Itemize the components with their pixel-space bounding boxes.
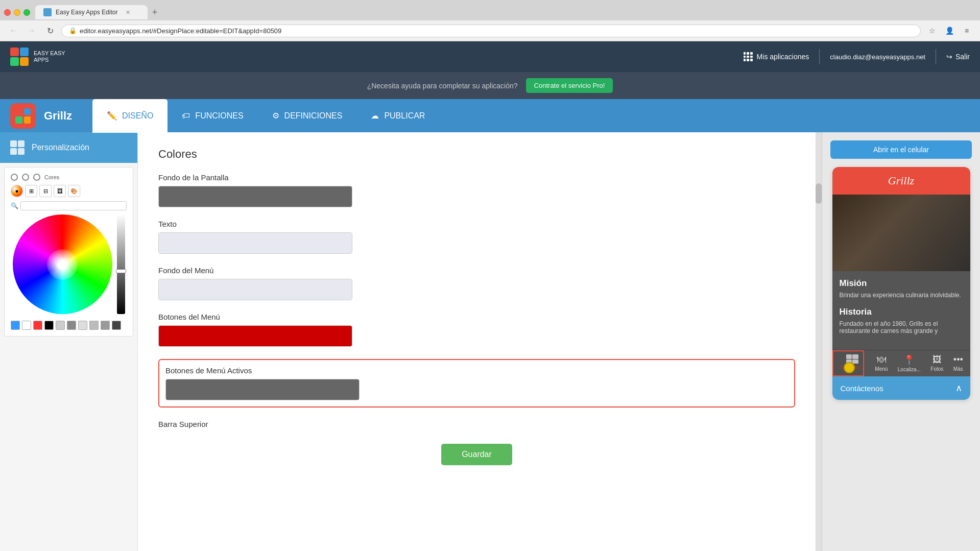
swatch-5[interactable] <box>67 321 76 330</box>
phone-nav-menu[interactable]: 🍽 Menú <box>875 354 888 372</box>
save-button[interactable]: Guardar <box>441 444 512 465</box>
botones-menu-swatch <box>159 326 352 346</box>
logout-button[interactable]: ↪ Salir <box>946 53 970 61</box>
menu-nav-icon: 🍽 <box>877 354 886 365</box>
scrollbar-track[interactable] <box>816 132 822 551</box>
help-banner: ¿Necesita ayuda para completar su aplica… <box>0 72 980 99</box>
fondo-menu-swatch <box>159 279 352 300</box>
apps-label: Mis aplicaciones <box>757 53 809 61</box>
forward-button[interactable]: → <box>25 23 39 38</box>
field-fondo-pantalla: Fondo de la Pantalla <box>158 173 795 207</box>
phone-nav-bar: Sobre No... 🍽 Menú 📍 Localiza... 🖼 Fotos… <box>832 350 970 376</box>
color-tool-4[interactable]: 🖼 <box>54 185 66 197</box>
new-tab-button[interactable]: + <box>148 5 162 19</box>
radio-option-2[interactable] <box>22 174 29 181</box>
botones-activos-label: Botones de Menú Activos <box>165 366 788 375</box>
fondo-pantalla-input[interactable] <box>158 186 352 207</box>
my-apps-button[interactable]: Mis aplicaciones <box>744 52 809 61</box>
sidebar: Personalización Cores ● ⊞ ⊟ 🖼 🎨 🔍 <box>0 132 138 551</box>
fondo-menu-input[interactable] <box>158 279 352 300</box>
historia-text: Fundado en el año 1980, Grills es el res… <box>840 320 963 334</box>
header-nav: Mis aplicaciones claudio.diaz@easyeasyap… <box>744 49 970 64</box>
localiza-nav-label: Localiza... <box>898 367 921 372</box>
maximize-button[interactable] <box>23 9 30 16</box>
swatch-2[interactable] <box>33 321 42 330</box>
field-botones-menu: Botones del Menú <box>158 313 795 347</box>
color-search-input[interactable] <box>20 201 127 210</box>
cores-label: Cores <box>44 174 59 180</box>
back-button[interactable]: ← <box>6 23 20 38</box>
toolbar-right: ☆ 👤 ≡ <box>925 23 974 38</box>
phone-contact-section[interactable]: Contáctenos ∧ <box>832 376 970 400</box>
color-tool-2[interactable]: ⊞ <box>25 185 37 197</box>
logo-cell-yellow <box>20 57 29 66</box>
sidebar-item-personalization[interactable]: Personalización <box>0 132 137 163</box>
close-button[interactable] <box>4 9 11 16</box>
publicar-label: PUBLICAR <box>384 111 425 121</box>
preview-panel: Abrir en el celular Grillz Misión Brinda… <box>822 132 980 551</box>
color-wheel[interactable] <box>13 214 112 314</box>
address-bar[interactable]: 🔒 editor.easyeasyapps.net/#DesignPlace:e… <box>61 25 921 37</box>
main-layout: Personalización Cores ● ⊞ ⊟ 🖼 🎨 🔍 <box>0 132 980 551</box>
publicar-icon: ☁ <box>371 111 379 121</box>
user-email: claudio.diaz@easyeasyapps.net <box>830 53 925 61</box>
tab-publicar[interactable]: ☁ PUBLICAR <box>356 99 439 132</box>
phone-nav-fotos[interactable]: 🖼 Fotos <box>930 354 943 372</box>
tab-funciones[interactable]: 🏷 FUNCIONES <box>168 99 257 132</box>
browser-chrome: Easy Easy Apps Editor ✕ + ← → ↻ 🔒 editor… <box>0 0 980 41</box>
texto-input[interactable] <box>158 232 352 254</box>
swatch-0[interactable] <box>11 321 20 330</box>
botones-activos-input[interactable] <box>165 379 360 400</box>
phone-nav-mas[interactable]: ••• Más <box>953 354 963 372</box>
funciones-icon: 🏷 <box>182 111 190 121</box>
swatch-1[interactable] <box>22 321 31 330</box>
open-in-phone-button[interactable]: Abrir en el celular <box>830 140 972 159</box>
app-logo-text: EASY EASY APPS <box>34 50 65 63</box>
color-tool-5[interactable]: 🎨 <box>68 185 80 197</box>
radio-option-3[interactable] <box>33 174 40 181</box>
field-barra-superior: Barra Superior <box>158 420 795 428</box>
swatch-7[interactable] <box>89 321 99 330</box>
tab-diseno[interactable]: ✏️ DISEÑO <box>92 99 168 132</box>
swatch-6[interactable] <box>78 321 87 330</box>
header-divider-2 <box>936 49 936 64</box>
swatch-9[interactable] <box>112 321 121 330</box>
personalization-label: Personalización <box>32 143 89 152</box>
logo-cell-blue <box>20 47 29 56</box>
color-tool-1[interactable]: ● <box>11 185 23 197</box>
cursor-indicator <box>844 362 855 373</box>
swatch-4[interactable] <box>56 321 65 330</box>
bookmark-button[interactable]: ☆ <box>925 23 939 38</box>
color-tool-3[interactable]: ⊟ <box>39 185 52 197</box>
section-title: Colores <box>158 148 795 161</box>
menu-button[interactable]: ≡ <box>960 23 974 38</box>
color-wheel-container <box>13 214 125 317</box>
reload-button[interactable]: ↻ <box>43 23 57 38</box>
logout-label: Salir <box>955 53 970 61</box>
tab-close-button[interactable]: ✕ <box>126 9 130 16</box>
localiza-nav-icon: 📍 <box>903 354 915 366</box>
brightness-slider[interactable] <box>117 214 125 314</box>
app-name: Grillz <box>44 109 72 123</box>
botones-menu-input[interactable] <box>158 325 352 347</box>
tab-title: Easy Easy Apps Editor <box>56 9 117 16</box>
mas-nav-label: Más <box>953 366 963 372</box>
radio-option-1[interactable] <box>11 174 18 181</box>
swatch-3[interactable] <box>44 321 54 330</box>
phone-nav-localiza[interactable]: 📍 Localiza... <box>898 354 921 372</box>
minimize-button[interactable] <box>14 9 20 16</box>
logo-grid-icon <box>10 47 29 66</box>
tab-definiciones[interactable]: ⚙ DEFINICIONES <box>258 99 357 132</box>
swatch-8[interactable] <box>101 321 110 330</box>
barra-superior-label: Barra Superior <box>158 420 795 428</box>
pro-service-button[interactable]: Contrate el servicio Pro! <box>526 78 613 93</box>
profile-button[interactable]: 👤 <box>942 23 957 38</box>
fondo-pantalla-swatch <box>159 186 352 207</box>
diseno-icon: ✏️ <box>107 111 117 121</box>
logo-cell-red <box>10 47 19 56</box>
content-area: Colores Fondo de la Pantalla Texto Fondo… <box>138 132 816 551</box>
app-nav-bar: Grillz ✏️ DISEÑO 🏷 FUNCIONES ⚙ DEFINICIO… <box>0 99 980 132</box>
scrollbar-thumb[interactable] <box>816 183 822 204</box>
field-botones-activos-highlighted: Botones de Menú Activos <box>158 359 795 408</box>
browser-tab[interactable]: Easy Easy Apps Editor ✕ <box>35 5 148 19</box>
